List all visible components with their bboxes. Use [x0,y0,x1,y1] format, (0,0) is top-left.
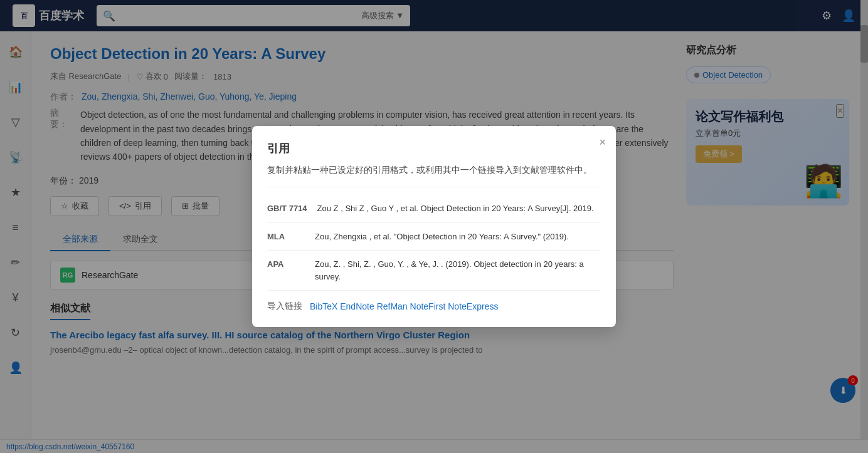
citation-format: MLA [267,231,305,243]
citation-format: GB/T 7714 [267,202,307,215]
citation-text[interactable]: Zou Z , Shi Z , Guo Y , et al. Object De… [317,202,594,215]
modal-close-btn[interactable]: × [599,136,606,149]
import-link-bibtex[interactable]: BibTeX [310,301,337,311]
import-label: 导入链接 [267,301,302,312]
modal-description: 复制并粘贴一种已设定好的引用格式，或利用其中一个链接导入到文献管理软件中。 [267,164,601,177]
modal-divider [267,187,601,187]
citation-modal: 引用 × 复制并粘贴一种已设定好的引用格式，或利用其中一个链接导入到文献管理软件… [252,126,616,327]
modal-overlay[interactable]: 引用 × 复制并粘贴一种已设定好的引用格式，或利用其中一个链接导入到文献管理软件… [0,0,868,453]
import-link-notefirst[interactable]: NoteFirst [410,301,446,311]
citation-rows: GB/T 7714Zou Z , Shi Z , Guo Y , et al. … [267,195,601,291]
citation-text[interactable]: Zou, Z. , Shi, Z. , Guo, Y. , & Ye, J. .… [315,258,601,283]
import-row: 导入链接 BibTeX EndNote RefMan NoteFirst Not… [267,301,601,312]
citation-format: APA [267,258,305,283]
import-links: BibTeX EndNote RefMan NoteFirst NoteExpr… [310,301,498,311]
citation-row: APAZou, Z. , Shi, Z. , Guo, Y. , & Ye, J… [267,251,601,291]
citation-row: GB/T 7714Zou Z , Shi Z , Guo Y , et al. … [267,195,601,223]
import-link-endnote[interactable]: EndNote [340,301,374,311]
citation-row: MLAZou, Zhengxia , et al. "Object Detect… [267,223,601,251]
import-link-refman[interactable]: RefMan [377,301,408,311]
import-link-noteexpress[interactable]: NoteExpress [448,301,498,311]
modal-title: 引用 [267,141,601,156]
citation-text[interactable]: Zou, Zhengxia , et al. "Object Detection… [315,231,569,243]
